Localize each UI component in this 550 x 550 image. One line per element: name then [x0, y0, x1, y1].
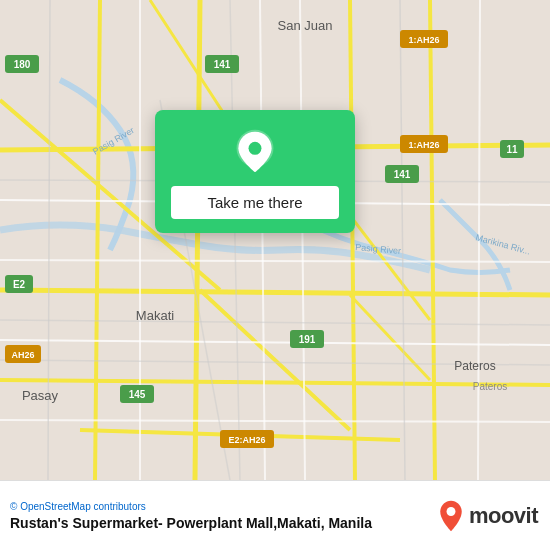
svg-text:141: 141 — [214, 59, 231, 70]
svg-text:141: 141 — [394, 169, 411, 180]
location-pin-icon — [231, 128, 279, 176]
take-me-there-button[interactable]: Take me there — [171, 186, 339, 219]
moovit-logo: moovit — [437, 499, 538, 533]
svg-text:Pasay: Pasay — [22, 388, 59, 403]
svg-text:Pateros: Pateros — [454, 359, 495, 373]
svg-text:11: 11 — [506, 144, 518, 155]
svg-rect-0 — [0, 0, 550, 480]
svg-text:E2:AH26: E2:AH26 — [228, 435, 265, 445]
moovit-brand-text: moovit — [469, 503, 538, 529]
location-name: Rustan's Supermarket- Powerplant Mall,Ma… — [10, 515, 372, 531]
copyright-text: © OpenStreetMap contributors — [10, 501, 372, 512]
svg-text:1:AH26: 1:AH26 — [408, 35, 439, 45]
svg-point-61 — [446, 507, 455, 516]
osm-link[interactable]: © OpenStreetMap contributors — [10, 501, 146, 512]
svg-text:180: 180 — [14, 59, 31, 70]
svg-text:AH26: AH26 — [11, 350, 34, 360]
svg-text:145: 145 — [129, 389, 146, 400]
svg-text:Makati: Makati — [136, 308, 174, 323]
svg-text:Pateros: Pateros — [473, 381, 507, 392]
svg-text:1:AH26: 1:AH26 — [408, 140, 439, 150]
info-left: © OpenStreetMap contributors Rustan's Su… — [10, 501, 372, 531]
svg-text:San Juan: San Juan — [278, 18, 333, 33]
info-bar: © OpenStreetMap contributors Rustan's Su… — [0, 480, 550, 550]
moovit-pin-icon — [437, 499, 465, 533]
svg-point-60 — [249, 142, 262, 155]
map-container: 180 141 1:AH26 1:AH26 141 11 E2 AH26 145… — [0, 0, 550, 480]
location-card: Take me there — [155, 110, 355, 233]
svg-text:191: 191 — [299, 334, 316, 345]
map-background: 180 141 1:AH26 1:AH26 141 11 E2 AH26 145… — [0, 0, 550, 480]
svg-text:E2: E2 — [13, 279, 26, 290]
